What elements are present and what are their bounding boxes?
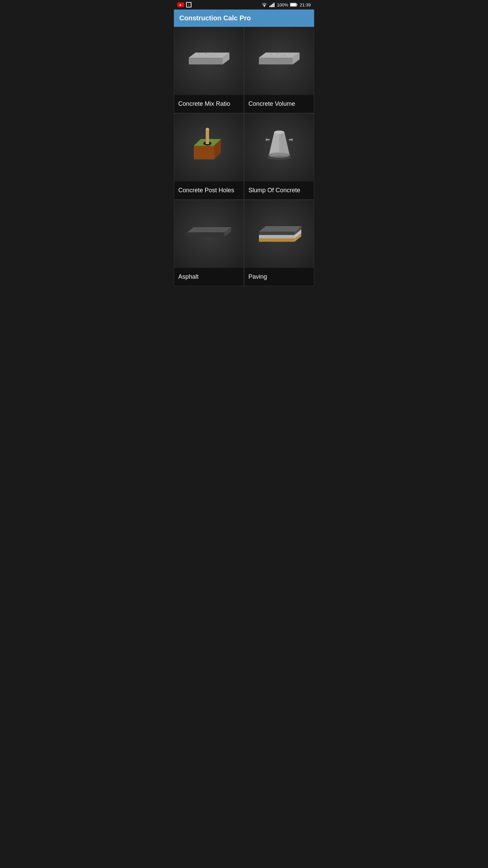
- task-icon: ✓: [186, 2, 191, 7]
- svg-marker-25: [194, 146, 214, 159]
- concrete-volume-label: Concrete Volume: [244, 95, 314, 113]
- slab-volume-icon: [252, 47, 306, 75]
- slump-of-concrete-label: Slump Of Concrete: [244, 181, 314, 199]
- svg-point-14: [202, 56, 203, 56]
- slab-dark-icon: [182, 220, 236, 248]
- svg-rect-3: [272, 4, 273, 7]
- svg-rect-4: [273, 3, 274, 7]
- calculator-grid: Concrete Mix Ratio Concrete Volume: [174, 27, 314, 286]
- status-left: ▶ ✓: [177, 2, 191, 7]
- slump-cone-icon: [259, 125, 300, 170]
- svg-rect-42: [291, 138, 293, 141]
- svg-marker-55: [259, 226, 301, 232]
- svg-marker-46: [187, 227, 231, 232]
- paving-label: Paving: [244, 268, 314, 286]
- concrete-mix-ratio-image: [174, 27, 244, 95]
- svg-point-0: [264, 6, 265, 7]
- svg-point-11: [198, 54, 199, 55]
- grid-item-concrete-post-holes[interactable]: Concrete Post Holes: [174, 113, 244, 200]
- battery-icon: [290, 3, 298, 7]
- svg-rect-1: [269, 6, 270, 7]
- svg-point-21: [277, 54, 278, 55]
- svg-point-12: [205, 53, 206, 54]
- asphalt-label: Asphalt: [174, 268, 244, 286]
- svg-rect-6: [290, 3, 296, 6]
- signal-icon: [269, 2, 275, 7]
- svg-point-20: [270, 54, 271, 55]
- slab-light-icon: [182, 47, 236, 75]
- svg-marker-9: [189, 58, 223, 64]
- svg-point-36: [274, 131, 284, 134]
- battery-percent: 100%: [277, 2, 288, 7]
- grid-item-slump-of-concrete[interactable]: Slump Of Concrete: [244, 113, 314, 200]
- clock: 21:39: [300, 2, 311, 7]
- svg-marker-8: [189, 53, 229, 58]
- concrete-mix-ratio-label: Concrete Mix Ratio: [174, 95, 244, 113]
- svg-rect-40: [266, 138, 267, 141]
- app-title: Construction Calc Pro: [179, 14, 251, 22]
- svg-marker-53: [259, 235, 294, 238]
- grid-item-asphalt[interactable]: Asphalt: [174, 200, 244, 286]
- post-hole-icon: [189, 127, 229, 168]
- svg-point-22: [284, 55, 285, 56]
- youtube-icon: ▶: [177, 2, 184, 7]
- grid-item-concrete-mix-ratio[interactable]: Concrete Mix Ratio: [174, 27, 244, 113]
- status-right: 100% 21:39: [261, 2, 311, 7]
- svg-marker-35: [279, 132, 289, 154]
- svg-marker-17: [259, 53, 300, 58]
- paving-image: [244, 200, 314, 268]
- svg-point-13: [212, 55, 213, 56]
- slab-layered-icon: [252, 219, 306, 249]
- svg-point-23: [274, 56, 274, 57]
- wifi-icon: [261, 2, 267, 7]
- svg-marker-47: [187, 232, 224, 237]
- slump-of-concrete-image: [244, 114, 314, 181]
- svg-rect-7: [297, 4, 298, 5]
- svg-point-45: [267, 156, 291, 160]
- svg-rect-44: [286, 154, 290, 156]
- svg-point-30: [206, 128, 209, 130]
- asphalt-image: [174, 200, 244, 268]
- app-bar: Construction Calc Pro: [174, 9, 314, 27]
- concrete-volume-image: [244, 27, 314, 95]
- svg-marker-18: [259, 58, 293, 64]
- svg-rect-43: [268, 154, 272, 156]
- concrete-post-holes-image: [174, 114, 244, 181]
- svg-marker-50: [259, 238, 294, 242]
- svg-point-16: [216, 54, 216, 54]
- status-bar: ▶ ✓ 100% 21:39: [174, 0, 314, 9]
- grid-item-concrete-volume[interactable]: Concrete Volume: [244, 27, 314, 113]
- svg-point-24: [281, 55, 281, 56]
- grid-item-paving[interactable]: Paving: [244, 200, 314, 286]
- svg-rect-2: [271, 5, 272, 7]
- concrete-post-holes-label: Concrete Post Holes: [174, 181, 244, 199]
- svg-point-15: [209, 55, 209, 56]
- svg-marker-56: [259, 232, 294, 235]
